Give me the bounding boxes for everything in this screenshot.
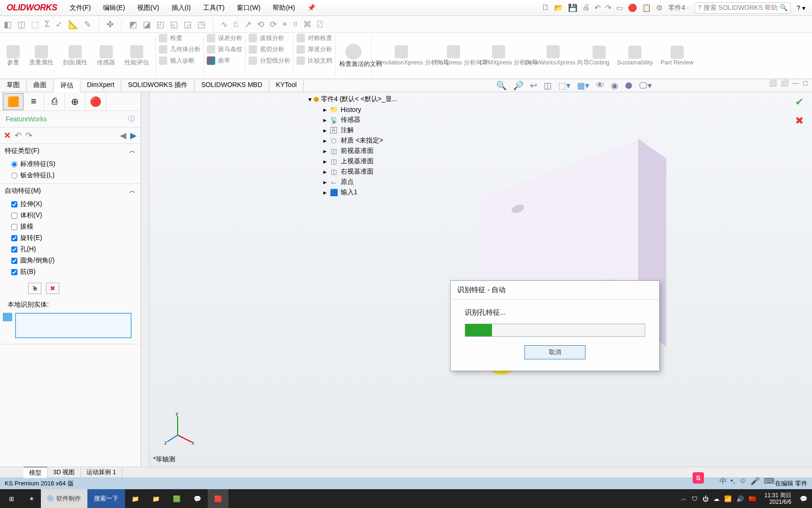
delete-icon[interactable]: ✖ [46,283,59,294]
tree-item[interactable]: ▸📡传感器 [307,115,411,125]
tree-item[interactable]: ▸◫右视基准面 [307,167,411,177]
kb-icon[interactable]: ⌨ [764,476,774,486]
ribbon-flox[interactable]: FloXpress 分析向导 [431,33,476,79]
qt-icon[interactable]: ⎌ [234,19,239,29]
ribbon-geom[interactable]: 几何体分析 [156,44,203,55]
tab-configmgr-icon[interactable]: ⎙ [44,93,65,110]
qt-icon[interactable]: ✎ [84,19,91,30]
tree-item[interactable]: ▸📁History [307,104,411,115]
select-icon[interactable]: ▭ [616,3,623,12]
tray-up-icon[interactable]: ︿ [681,494,687,503]
tab-addins[interactable]: SOLIDWORKS 插件 [121,79,195,92]
qt-icon[interactable]: ↗ [244,19,251,30]
tray-icon[interactable]: 🔊 [736,495,744,502]
ribbon-simx[interactable]: SimulationXpress 分析向导 [372,33,431,79]
ribbon-sym[interactable]: 对称检查 [294,33,335,43]
qt-icon[interactable]: ◰ [156,19,164,30]
menu-tools[interactable]: 工具(T) [197,1,230,15]
menu-help[interactable]: 帮助(H) [267,1,300,15]
emoji-icon[interactable]: ☺ [739,476,747,486]
qt-icon[interactable]: ⟳ [270,19,277,30]
cancel-button[interactable]: 取消 [524,345,586,359]
ribbon-err[interactable]: 误差分析 [204,33,245,43]
tree-root[interactable]: ▾ ⬢ 零件4 (默认< <默认>_显... [307,94,411,104]
pin-icon[interactable]: 📌 [302,1,321,15]
next-icon[interactable]: ▶ [130,130,137,141]
taskbar-explorer[interactable]: 📁 [125,489,146,508]
ribbon-part[interactable]: 分型线分析 [246,56,293,66]
radio-standard[interactable]: 标准特征(S) [11,160,137,168]
tab-dispmgr-icon[interactable]: 🔴 [86,93,106,110]
qt-icon[interactable]: ◱ [170,19,178,30]
qt-icon[interactable]: ⌖ [282,19,287,29]
tree-item[interactable]: ▸⌙原点 [307,177,411,187]
tab-motion[interactable]: 运动算例 1 [81,467,122,477]
taskbar-clock[interactable]: 11:31 周日 2021/6/6 [761,492,795,506]
close-x-icon[interactable]: ✖ [792,114,806,128]
tray-icon[interactable]: 📶 [724,495,732,502]
tree-item[interactable]: ▸⬡材质 <未指定> [307,135,411,146]
prev-icon[interactable]: ◀ [120,130,126,141]
tab-evaluate[interactable]: 评估 [54,79,80,92]
taskbar-app2[interactable]: 📁 [146,489,166,508]
qt-icon[interactable]: ⍁ [317,19,322,29]
help-dropdown[interactable]: ? ▾ [796,4,805,12]
select-body-icon[interactable]: 🖱 [28,283,41,294]
undo-icon[interactable]: ↶ [15,130,22,141]
prev-view-icon[interactable]: ↩ [530,80,537,91]
start-button[interactable]: ⊞ [0,489,23,508]
tab-featmgr-icon[interactable]: 🟧 [3,93,23,110]
hide-icon[interactable]: 👁 [596,80,604,90]
zoom-fit-icon[interactable]: 🔍 [496,80,507,91]
qt-icon[interactable]: ⬚ [31,19,39,30]
taskbar-app3[interactable]: 🟩 [166,489,187,508]
qt-icon[interactable]: ◲ [184,19,192,30]
ribbon-activate[interactable]: 检查激活的文档 [336,33,371,79]
win-max-icon[interactable]: ◻ [803,79,808,92]
tree-item[interactable]: ▸🄰注解 [307,125,411,135]
splitter[interactable] [141,92,149,467]
ribbon-diag[interactable]: 输入诊断 [156,56,203,66]
qt-icon[interactable]: ◩ [129,19,137,30]
tab-propmgr-icon[interactable]: ≡ [23,93,44,110]
tray-icon[interactable]: 🇨🇳 [749,495,756,502]
help-search[interactable]: ? 搜索 SOLIDWORKS 帮助 🔍 [695,2,791,14]
screen-icon[interactable]: 🖵▾ [639,80,652,91]
win-icon[interactable]: ⬜ [769,79,777,92]
qt-icon[interactable]: ◫ [17,19,25,30]
view-cube-icon[interactable]: ⬚▾ [558,80,570,91]
tab-dimmgr-icon[interactable]: ⊕ [65,93,86,110]
qt-icon[interactable]: ✤ [107,19,114,30]
menu-window[interactable]: 窗口(W) [231,1,266,15]
check-item[interactable]: 圆角/倒角(/) [11,256,137,265]
auto-features-header[interactable]: 自动特征(M)︿ [0,184,141,198]
display-icon[interactable]: ▦▾ [577,80,589,91]
tray-icon[interactable]: ⏻ [703,495,709,502]
gear-icon[interactable]: ⚙ [656,3,663,12]
check-item[interactable]: 拉伸(X) [11,200,137,208]
menu-edit[interactable]: 编辑(E) [97,1,131,15]
tab-mbd[interactable]: SOLIDWORKS MBD [195,79,269,92]
taskbar-search[interactable]: 搜索一下 [87,489,125,508]
tab-model[interactable]: 模型 [23,467,47,478]
qt-icon[interactable]: ∿ [221,19,228,30]
ribbon-draft[interactable]: 拔模分析 [246,33,293,43]
taskbar-ie[interactable]: ⓔ软件制作 [41,489,87,508]
qt-icon[interactable]: ◪ [143,19,151,30]
check-item[interactable]: 旋转(E) [11,234,137,242]
tree-item[interactable]: ▸◫前视基准面 [307,146,411,156]
redo-icon[interactable]: ↷ [25,130,32,141]
radio-sheetmetal[interactable]: 钣金特征(L) [11,171,137,180]
qt-icon[interactable]: ✓ [55,19,62,30]
new-icon[interactable]: 🗋 [542,3,549,12]
ime-cn[interactable]: 中 [719,476,727,486]
rebuild-icon[interactable]: 🔴 [628,3,637,12]
menu-file[interactable]: 文件(F) [64,1,97,15]
tray-icon[interactable]: ☁ [713,495,719,502]
print-icon[interactable]: 🖨 [582,3,590,12]
ribbon-check[interactable]: 检查 [156,33,203,43]
undo-icon[interactable]: ↶ [594,3,601,12]
taskbar-sw[interactable]: 🟥 [208,489,228,508]
ribbon-dwx[interactable]: DriveWorksXpress 向导 [521,33,585,79]
tree-item[interactable]: ▸🟦输入1 [307,187,411,198]
